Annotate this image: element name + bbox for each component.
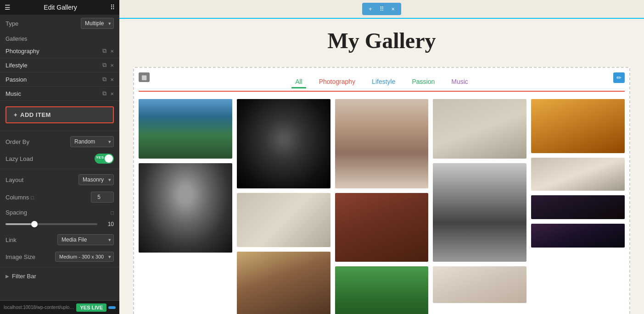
columns-label: Columns □ — [6, 194, 34, 201]
masonry-grid — [139, 99, 625, 314]
list-item[interactable] — [433, 99, 526, 159]
tab-music[interactable]: Music — [448, 76, 472, 87]
lazy-load-toggle[interactable] — [95, 154, 114, 164]
add-block-button[interactable]: + — [367, 5, 374, 13]
list-item[interactable] — [139, 163, 232, 253]
type-select[interactable]: Multiple Single — [81, 18, 114, 29]
remove-lifestyle-button[interactable]: × — [110, 62, 114, 69]
list-item[interactable] — [335, 266, 429, 314]
gallery-actions-music: ⧉ × — [102, 90, 114, 97]
top-toolbar: + ⠿ × — [119, 0, 644, 19]
layout-label: Layout — [6, 176, 23, 183]
edit-pencil-button[interactable]: ✏ — [613, 72, 625, 83]
add-item-button[interactable]: + ADD ITEM — [6, 106, 114, 123]
gallery-name-photography: Photography — [6, 48, 39, 55]
gallery-actions-passion: ⧉ × — [102, 76, 114, 83]
divider-2 — [0, 169, 119, 169]
sidebar-title: Edit Gallery — [44, 4, 77, 11]
list-item[interactable] — [237, 99, 330, 188]
order-by-select[interactable]: Random Date Title Menu Order — [70, 136, 114, 147]
gallery-item-music: Music ⧉ × — [0, 87, 119, 101]
link-select[interactable]: Media File Attachment Page None Custom U… — [57, 234, 114, 245]
list-item[interactable] — [237, 252, 330, 314]
photo-sad-woman — [433, 99, 526, 159]
spacing-icon: □ — [111, 210, 114, 215]
spacing-value: 10 — [101, 221, 114, 227]
tab-photography[interactable]: Photography — [315, 76, 359, 87]
add-item-label: ADD ITEM — [20, 111, 51, 118]
gallery-actions-lifestyle: ⧉ × — [102, 61, 114, 69]
gallery-widget: ▦ ✏ All Photography Lifestyle Passion Mu… — [133, 67, 630, 314]
copy-music-button[interactable]: ⧉ — [102, 90, 106, 97]
list-item[interactable] — [531, 99, 625, 153]
photo-steve — [433, 163, 526, 262]
list-item[interactable] — [433, 266, 526, 303]
copy-passion-button[interactable]: ⧉ — [102, 76, 106, 83]
gallery-name-music: Music — [6, 90, 21, 97]
list-item[interactable] — [433, 163, 526, 262]
list-item[interactable] — [237, 193, 330, 247]
list-item[interactable] — [335, 99, 429, 188]
remove-passion-button[interactable]: × — [110, 76, 114, 83]
menu-icon[interactable]: ☰ — [5, 4, 11, 11]
layout-select-wrapper: Masonry Grid Justified Metro — [78, 174, 114, 185]
list-item[interactable] — [531, 195, 625, 219]
photo-woman-brunette — [335, 99, 429, 188]
spacing-label: Spacing — [6, 209, 27, 216]
galleries-section-label: Galleries — [0, 32, 119, 44]
photo-guitar — [531, 99, 625, 153]
photo-dark2 — [531, 224, 625, 248]
grid-icon[interactable]: ⠿ — [110, 4, 115, 11]
gallery-page: My Gallery ▦ ✏ All Photography Lifestyle… — [119, 19, 644, 314]
gallery-name-lifestyle: Lifestyle — [6, 62, 28, 69]
list-item[interactable] — [335, 193, 429, 262]
list-item[interactable] — [531, 224, 625, 248]
filter-bar-section[interactable]: ▶ Filter Bar — [0, 269, 119, 283]
gallery-item-photography: Photography ⧉ × — [0, 44, 119, 58]
divider-1 — [0, 131, 119, 131]
divider-3 — [0, 267, 119, 267]
tab-all[interactable]: All — [291, 76, 306, 88]
copy-photography-button[interactable]: ⧉ — [102, 47, 106, 55]
close-block-button[interactable]: × — [390, 5, 397, 13]
plus-icon: + — [14, 111, 17, 118]
spacing-fill — [6, 223, 33, 225]
photo-laptop2 — [531, 158, 625, 191]
list-item[interactable] — [531, 158, 625, 191]
gallery-actions-photography: ⧉ × — [102, 47, 114, 55]
type-label: Type — [6, 20, 18, 27]
layout-row: Layout Masonry Grid Justified Metro — [0, 171, 119, 188]
tab-passion[interactable]: Passion — [408, 76, 438, 87]
bottom-bar: localhost:10018/wp-content/uploads/2021/… — [0, 300, 119, 314]
filter-tabs: All Photography Lifestyle Passion Music — [139, 72, 625, 92]
drag-handle[interactable]: ⠿ — [378, 5, 386, 13]
image-size-label: Image Size — [6, 253, 35, 260]
gallery-item-lifestyle: Lifestyle ⧉ × — [0, 58, 119, 72]
layout-indicator[interactable]: ▦ — [139, 72, 150, 82]
toggle-knob — [105, 154, 113, 163]
photo-photographer — [335, 193, 429, 262]
update-button[interactable] — [108, 306, 116, 309]
sidebar-header: ☰ Edit Gallery ⠿ — [0, 0, 119, 15]
columns-input[interactable] — [91, 192, 114, 203]
remove-photography-button[interactable]: × — [110, 48, 114, 55]
publish-button[interactable]: YES LIVE — [76, 303, 106, 312]
list-item[interactable] — [139, 99, 232, 159]
image-size-select[interactable]: Medium - 300 x 300 Large Thumbnail Full — [55, 252, 114, 262]
type-select-wrapper: Multiple Single — [81, 18, 114, 29]
copy-lifestyle-button[interactable]: ⧉ — [102, 61, 106, 69]
link-row: Link Media File Attachment Page None Cus… — [0, 231, 119, 248]
columns-row: Columns □ — [0, 188, 119, 206]
layout-select[interactable]: Masonry Grid Justified Metro — [78, 174, 114, 185]
spacing-thumb[interactable] — [31, 221, 38, 227]
spacing-label-row: Spacing □ — [0, 206, 119, 219]
link-label: Link — [6, 237, 17, 243]
gallery-item-passion: Passion ⧉ × — [0, 72, 119, 87]
sidebar: ☰ Edit Gallery ⠿ Type Multiple Single Ga… — [0, 0, 119, 314]
block-toolbar: + ⠿ × — [362, 3, 401, 15]
remove-music-button[interactable]: × — [110, 90, 114, 97]
tab-lifestyle[interactable]: Lifestyle — [368, 76, 399, 87]
image-size-row: Image Size Medium - 300 x 300 Large Thum… — [0, 248, 119, 265]
lazy-load-label: Lazy Load — [6, 155, 33, 162]
order-by-label: Order By — [6, 138, 29, 145]
